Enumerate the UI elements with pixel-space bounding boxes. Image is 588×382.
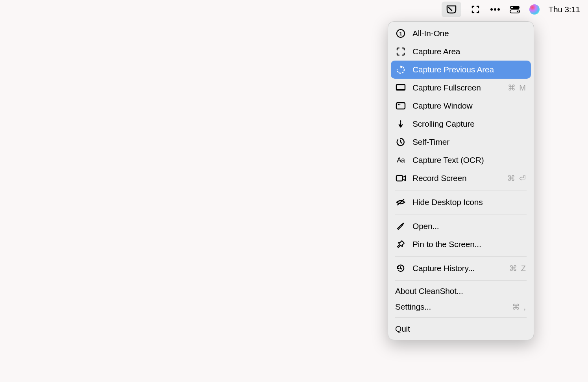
svg-point-0 [490, 8, 493, 11]
svg-point-13 [399, 104, 401, 105]
menu-item-open[interactable]: Open... [388, 217, 534, 235]
pin-icon [395, 239, 406, 250]
menu-item-scrolling-capture[interactable]: Scrolling Capture [388, 115, 534, 133]
cleanshot-dropdown-menu: 1 All-In-One Capture Area Capture Previo… [388, 21, 534, 340]
ellipsis-icon[interactable] [490, 4, 501, 15]
menu-label: Capture Previous Area [412, 65, 527, 74]
menu-label: Open... [412, 221, 527, 231]
window-icon [395, 100, 406, 111]
menu-separator [395, 214, 527, 214]
menu-shortcut: ⌘ M [508, 83, 527, 92]
menu-item-about[interactable]: About CleanShot... [388, 283, 534, 299]
svg-text:1: 1 [399, 31, 402, 37]
capture-previous-area-icon [395, 64, 406, 75]
menu-item-capture-fullscreen[interactable]: Capture Fullscreen ⌘ M [388, 79, 534, 97]
menu-separator [395, 317, 527, 318]
svg-rect-10 [396, 89, 405, 90]
menu-item-record-screen[interactable]: Record Screen ⌘ ⏎ [388, 169, 534, 187]
menu-item-capture-previous-area[interactable]: Capture Previous Area [391, 61, 531, 79]
menu-label: Hide Desktop Icons [412, 197, 527, 207]
text-ocr-icon: Aa [395, 155, 406, 166]
menu-item-self-timer[interactable]: Self-Timer [388, 133, 534, 151]
cleanshot-menubar-icon[interactable] [442, 2, 461, 17]
svg-rect-9 [396, 85, 405, 90]
record-icon [395, 173, 406, 184]
history-icon [395, 263, 406, 274]
svg-point-2 [497, 8, 500, 11]
siri-icon[interactable] [529, 4, 540, 15]
hide-icon [395, 197, 406, 208]
control-center-icon[interactable] [509, 4, 520, 15]
menu-label: Scrolling Capture [412, 119, 527, 129]
svg-rect-11 [396, 103, 405, 109]
menu-shortcut: ⌘ Z [509, 264, 527, 273]
menu-item-pin-to-screen[interactable]: Pin to the Screen... [388, 235, 534, 253]
menu-label: Capture History... [412, 264, 509, 273]
menu-label: Capture Fullscreen [412, 83, 508, 92]
scrolling-icon [395, 118, 406, 129]
menu-label: Record Screen [412, 173, 507, 183]
svg-rect-14 [396, 175, 403, 181]
menu-label: Capture Window [412, 101, 527, 111]
menu-item-capture-text-ocr[interactable]: Aa Capture Text (OCR) [388, 151, 534, 169]
menubar-clock[interactable]: Thu 3:11 [549, 5, 581, 14]
svg-point-6 [516, 11, 518, 12]
menu-shortcut: ⌘ , [512, 302, 527, 312]
menu-label: Quit [395, 324, 527, 334]
menu-shortcut: ⌘ ⏎ [507, 173, 527, 183]
menu-label: Capture Text (OCR) [412, 155, 527, 165]
svg-point-12 [398, 104, 399, 105]
menu-label: Self-Timer [412, 137, 527, 147]
menubar: Thu 3:11 [434, 0, 588, 19]
menu-item-settings[interactable]: Settings... ⌘ , [388, 299, 534, 315]
timer-icon [395, 137, 406, 148]
menu-label: Pin to the Screen... [412, 240, 527, 249]
menu-label: All-In-One [412, 29, 527, 38]
menu-separator [395, 280, 527, 281]
menu-item-capture-area[interactable]: Capture Area [388, 42, 534, 61]
menu-separator [395, 256, 527, 257]
svg-point-4 [511, 7, 512, 8]
all-in-one-icon: 1 [395, 28, 406, 39]
fullscreen-icon [395, 82, 406, 93]
menu-label: Capture Area [412, 47, 527, 56]
menu-item-all-in-one[interactable]: 1 All-In-One [388, 24, 534, 42]
menu-label: About CleanShot... [395, 286, 527, 296]
menu-separator [395, 190, 527, 190]
svg-point-1 [494, 8, 496, 11]
capture-area-icon [395, 46, 406, 57]
menu-item-capture-window[interactable]: Capture Window [388, 97, 534, 115]
menu-item-quit[interactable]: Quit [388, 321, 534, 337]
menu-item-hide-desktop-icons[interactable]: Hide Desktop Icons [388, 193, 534, 211]
menu-item-capture-history[interactable]: Capture History... ⌘ Z [388, 259, 534, 277]
expand-arrows-icon[interactable] [470, 4, 481, 15]
menu-label: Settings... [395, 302, 512, 312]
open-icon [395, 221, 406, 232]
